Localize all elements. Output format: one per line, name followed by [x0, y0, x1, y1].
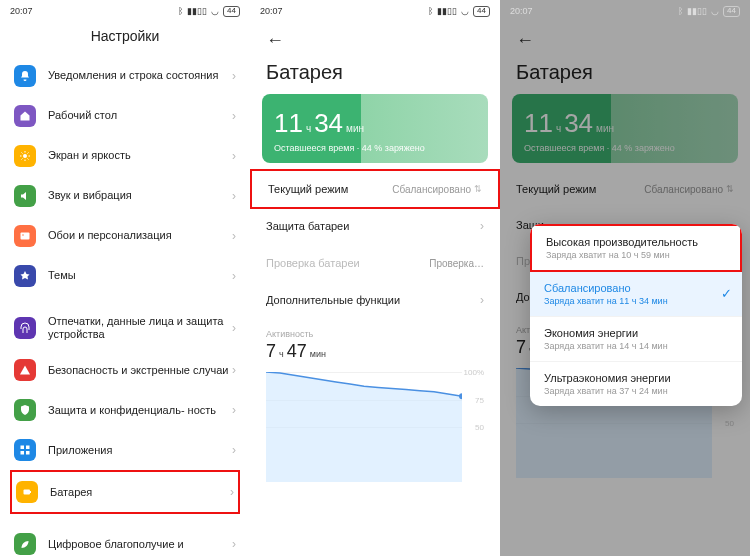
mode-option-subtitle: Заряда хватит на 14 ч 14 мин — [544, 341, 728, 351]
back-button[interactable]: ← — [512, 26, 538, 55]
wifi-icon: ◡ — [461, 6, 469, 16]
chevron-right-icon: › — [232, 69, 236, 83]
leaf-icon — [14, 533, 36, 555]
chevron-right-icon: › — [232, 229, 236, 243]
panel-battery: 20:07 ᛒ ▮▮▯▯ ◡ 44 ← Батарея 11 ч 34 мин … — [250, 0, 500, 556]
setting-row[interactable]: Текущий режимСбалансировано⇅ — [250, 169, 500, 209]
row-label: Защита и конфиденциаль- ность — [48, 404, 232, 417]
chevron-right-icon: › — [230, 485, 234, 499]
settings-row-image[interactable]: Обои и персонализация› — [10, 216, 240, 256]
status-indicators: ᛒ ▮▮▯▯ ◡ 44 — [178, 6, 240, 17]
finger-icon — [14, 317, 36, 339]
chevron-updown-icon: ⇅ — [726, 184, 734, 194]
activity-section-label: Активность — [250, 319, 500, 341]
sun-icon — [14, 145, 36, 167]
mode-option[interactable]: Экономия энергииЗаряда хватит на 14 ч 14… — [530, 317, 742, 362]
status-bar: 20:07 ᛒ ▮▮▯▯ ◡ 44 — [500, 0, 750, 20]
settings-row-theme[interactable]: Темы› — [10, 256, 240, 296]
page-title: Настройки — [0, 20, 250, 56]
row-label: Батарея — [50, 486, 230, 499]
current-mode-row[interactable]: Текущий режим Сбалансировано⇅ — [500, 171, 750, 207]
mode-selector-popup: Высокая производительностьЗаряда хватит … — [530, 224, 742, 406]
chevron-right-icon: › — [232, 321, 236, 335]
sound-icon — [14, 185, 36, 207]
back-button[interactable]: ← — [262, 26, 288, 55]
battery-summary-card: 11 ч 34 мин Оставшееся время · 44 % заря… — [262, 94, 488, 163]
theme-icon — [14, 265, 36, 287]
chevron-right-icon: › — [232, 109, 236, 123]
svg-rect-3 — [21, 446, 25, 450]
mode-option[interactable]: СбалансированоЗаряда хватит на 11 ч 34 м… — [530, 272, 742, 317]
battery-subtext: Оставшееся время · 44 % заряжено — [274, 143, 476, 153]
chevron-right-icon: › — [232, 537, 236, 551]
settings-row-shield[interactable]: Защита и конфиденциаль- ность› — [10, 390, 240, 430]
status-bar: 20:07 ᛒ ▮▮▯▯ ◡ 44 — [250, 0, 500, 20]
panel-settings: 20:07 ᛒ ▮▮▯▯ ◡ 44 Настройки Уведомления … — [0, 0, 250, 556]
chevron-right-icon: › — [232, 269, 236, 283]
chevron-right-icon: › — [232, 363, 236, 377]
setting-row[interactable]: Защита батареи› — [250, 207, 500, 245]
wifi-icon: ◡ — [711, 6, 719, 16]
status-indicators: ᛒ ▮▮▯▯ ◡ 44 — [678, 6, 740, 17]
mode-option[interactable]: Высокая производительностьЗаряда хватит … — [530, 224, 742, 272]
setting-row[interactable]: Дополнительные функции› — [250, 281, 500, 319]
shield-icon — [14, 399, 36, 421]
settings-row-sun[interactable]: Экран и яркость› — [10, 136, 240, 176]
page-title: Батарея — [250, 55, 500, 94]
status-indicators: ᛒ ▮▮▯▯ ◡ 44 — [428, 6, 490, 17]
settings-row-bell[interactable]: Уведомления и строка состояния› — [10, 56, 240, 96]
svg-rect-7 — [24, 490, 31, 495]
mode-option-title: Ультраэкономия энергии — [544, 372, 728, 384]
row-label: Цифровое благополучие и — [48, 538, 232, 551]
svg-rect-1 — [21, 233, 30, 240]
mode-option-title: Высокая производительность — [546, 236, 726, 248]
mode-option-subtitle: Заряда хватит на 10 ч 59 мин — [546, 250, 726, 260]
settings-row-apps[interactable]: Приложения› — [10, 430, 240, 470]
mode-option-subtitle: Заряда хватит на 11 ч 34 мин — [544, 296, 728, 306]
bell-icon — [14, 65, 36, 87]
settings-row-sound[interactable]: Звук и вибрация› — [10, 176, 240, 216]
signal-icon: ▮▮▯▯ — [437, 6, 457, 16]
signal-icon: ▮▮▯▯ — [687, 6, 707, 16]
row-label: Уведомления и строка состояния — [48, 69, 232, 82]
signal-icon: ▮▮▯▯ — [187, 6, 207, 16]
row-label: Экран и яркость — [48, 149, 232, 162]
bluetooth-icon: ᛒ — [678, 6, 683, 16]
image-icon — [14, 225, 36, 247]
svg-rect-6 — [26, 451, 30, 455]
svg-rect-5 — [21, 451, 25, 455]
row-label: Безопасность и экстренные случаи — [48, 364, 232, 377]
remaining-minutes: 34 — [314, 108, 343, 139]
chevron-right-icon: › — [232, 403, 236, 417]
row-label: Приложения — [48, 444, 232, 457]
battery-indicator: 44 — [473, 6, 490, 17]
status-bar: 20:07 ᛒ ▮▮▯▯ ◡ 44 — [0, 0, 250, 20]
chevron-right-icon: › — [232, 149, 236, 163]
bluetooth-icon: ᛒ — [178, 6, 183, 16]
activity-time: 7ч 47мин — [250, 341, 500, 368]
home-icon — [14, 105, 36, 127]
chevron-right-icon: › — [480, 293, 484, 307]
battery-indicator: 44 — [723, 6, 740, 17]
apps-icon — [14, 439, 36, 461]
chevron-right-icon: › — [480, 219, 484, 233]
row-label: Рабочий стол — [48, 109, 232, 122]
setting-row: Проверка батареиПроверка… — [250, 245, 500, 281]
settings-row-alert[interactable]: Безопасность и экстренные случаи› — [10, 350, 240, 390]
bluetooth-icon: ᛒ — [428, 6, 433, 16]
settings-row-finger[interactable]: Отпечатки, данные лица и защита устройст… — [10, 306, 240, 350]
settings-row-leaf[interactable]: Цифровое благополучие и› — [10, 524, 240, 556]
settings-row-home[interactable]: Рабочий стол› — [10, 96, 240, 136]
mode-option-title: Экономия энергии — [544, 327, 728, 339]
wifi-icon: ◡ — [211, 6, 219, 16]
battery-icon — [16, 481, 38, 503]
status-time: 20:07 — [10, 6, 33, 16]
status-time: 20:07 — [510, 6, 533, 16]
mode-option[interactable]: Ультраэкономия энергииЗаряда хватит на 3… — [530, 362, 742, 406]
mode-option-subtitle: Заряда хватит на 37 ч 24 мин — [544, 386, 728, 396]
alert-icon — [14, 359, 36, 381]
settings-row-battery[interactable]: Батарея› — [10, 470, 240, 514]
panel-battery-popup: 20:07 ᛒ ▮▮▯▯ ◡ 44 ← Батарея 11ч 34мин Ос… — [500, 0, 750, 556]
page-title: Батарея — [500, 55, 750, 94]
status-time: 20:07 — [260, 6, 283, 16]
